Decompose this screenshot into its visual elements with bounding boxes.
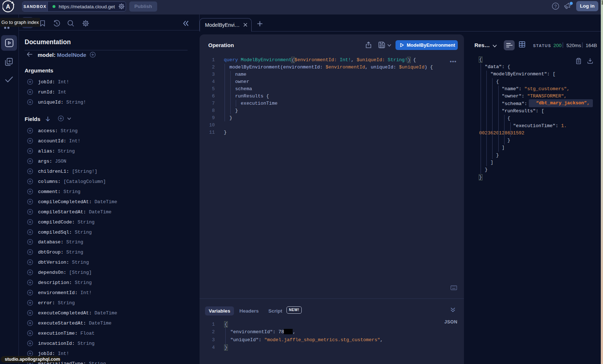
svg-text:A: A	[6, 3, 10, 10]
svg-text:?: ?	[554, 4, 557, 9]
